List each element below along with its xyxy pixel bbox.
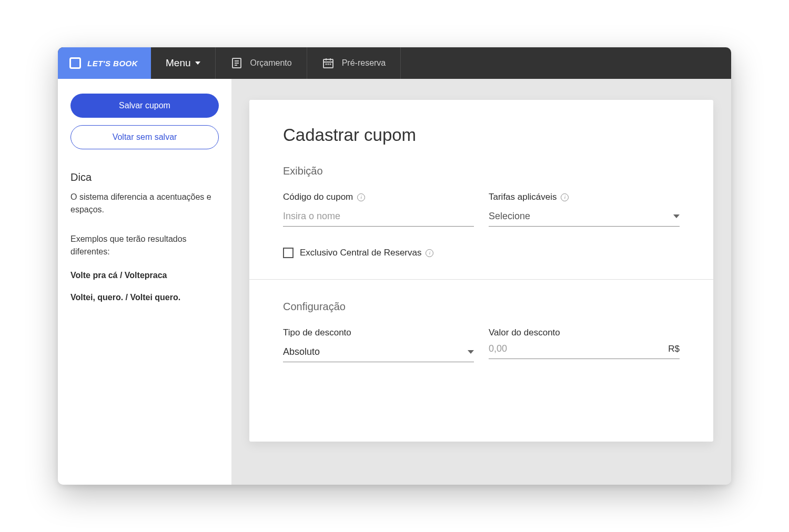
currency-suffix: R$ — [668, 344, 680, 354]
body: Salvar cupom Voltar sem salvar Dica O si… — [58, 79, 731, 485]
exclusive-label: Exclusivo Central de Reservas i — [300, 248, 433, 258]
discount-type-field: Tipo de desconto Absoluto — [283, 328, 474, 362]
nav-item-orcamento[interactable]: Orçamento — [216, 47, 307, 79]
info-icon[interactable]: i — [357, 193, 365, 201]
discount-type-value: Absoluto — [283, 346, 320, 357]
rates-label-text: Tarifas aplicáveis — [489, 192, 557, 202]
field-row-display: Código do cupom i Tarifas aplicáveis i S… — [283, 192, 680, 227]
discount-type-label-text: Tipo de desconto — [283, 328, 351, 338]
save-button[interactable]: Salvar cupom — [70, 94, 219, 118]
topbar: LET'S BOOK Menu Orçamento — [58, 47, 731, 79]
chevron-down-icon — [195, 62, 200, 65]
chevron-down-icon — [468, 350, 474, 354]
tip-example-1: Volte pra cá / Voltepraca — [70, 271, 219, 280]
nav-label: Pré-reserva — [342, 58, 386, 68]
logo-icon — [69, 57, 81, 69]
svg-point-9 — [328, 64, 328, 64]
back-button[interactable]: Voltar sem salvar — [70, 125, 219, 149]
discount-value-label-text: Valor do desconto — [489, 328, 560, 338]
exclusive-label-text: Exclusivo Central de Reservas — [300, 248, 421, 258]
rates-select-value: Selecione — [489, 211, 530, 222]
rates-select[interactable]: Selecione — [489, 208, 680, 227]
section-divider — [249, 279, 713, 280]
menu-dropdown[interactable]: Menu — [151, 47, 216, 79]
rates-field: Tarifas aplicáveis i Selecione — [489, 192, 680, 227]
section-config-label: Configuração — [283, 301, 680, 313]
info-icon[interactable]: i — [561, 193, 569, 201]
discount-value-field: Valor do desconto R$ — [489, 328, 680, 362]
menu-label: Menu — [166, 57, 191, 69]
section-display-label: Exibição — [283, 165, 680, 177]
coupon-code-label-text: Código do cupom — [283, 192, 353, 202]
app-window: LET'S BOOK Menu Orçamento — [58, 47, 731, 485]
discount-value-wrapper: R$ — [489, 343, 680, 359]
main-area: Cadastrar cupom Exibição Código do cupom… — [231, 79, 731, 485]
exclusive-checkbox[interactable] — [283, 248, 294, 258]
page-title: Cadastrar cupom — [283, 125, 680, 145]
discount-value-input[interactable] — [489, 343, 668, 354]
nav-label: Orçamento — [250, 58, 292, 68]
coupon-code-field: Código do cupom i — [283, 192, 474, 227]
chevron-down-icon — [673, 214, 680, 218]
coupon-code-input[interactable] — [283, 208, 474, 227]
discount-type-select[interactable]: Absoluto — [283, 343, 474, 362]
tip-example-2: Voltei, quero. / Voltei quero. — [70, 293, 219, 302]
document-icon — [230, 57, 243, 69]
info-icon[interactable]: i — [426, 249, 433, 257]
exclusive-checkbox-row: Exclusivo Central de Reservas i — [283, 248, 680, 258]
calendar-icon — [322, 57, 335, 69]
discount-value-label: Valor do desconto — [489, 328, 680, 338]
coupon-code-label: Código do cupom i — [283, 192, 474, 202]
logo-block[interactable]: LET'S BOOK — [58, 47, 151, 79]
form-card: Cadastrar cupom Exibição Código do cupom… — [249, 100, 713, 442]
sidebar: Salvar cupom Voltar sem salvar Dica O si… — [58, 79, 231, 485]
tip-title: Dica — [70, 171, 219, 183]
svg-point-10 — [330, 64, 330, 64]
discount-type-label: Tipo de desconto — [283, 328, 474, 338]
logo-text: LET'S BOOK — [87, 59, 138, 68]
rates-label: Tarifas aplicáveis i — [489, 192, 680, 202]
tip-text: O sistema diferencia a acentuações e esp… — [70, 191, 219, 216]
svg-point-8 — [326, 64, 326, 64]
nav-item-pre-reserva[interactable]: Pré-reserva — [307, 47, 401, 79]
tip-examples-intro: Exemplos que terão resultados diferentes… — [70, 233, 219, 258]
field-row-config: Tipo de desconto Absoluto Valor do desco… — [283, 328, 680, 362]
